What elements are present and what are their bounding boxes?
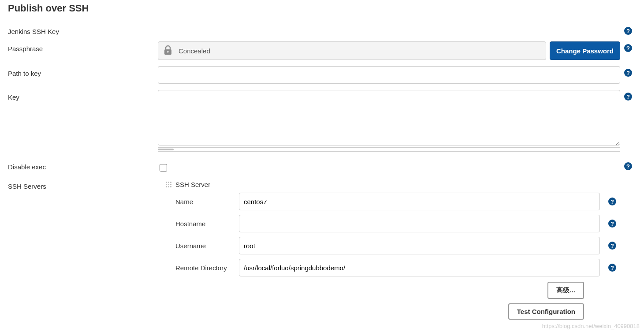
- ssh-server-title: SSH Server: [175, 181, 210, 188]
- jenkins-ssh-key-row: Jenkins SSH Key ?: [8, 24, 636, 35]
- remote-directory-row: Remote Directory ?: [158, 259, 620, 276]
- lock-icon: [164, 45, 172, 56]
- advanced-button[interactable]: 高级...: [547, 282, 584, 299]
- section-divider: [8, 17, 636, 17]
- resize-grip-row: [8, 147, 636, 152]
- username-input[interactable]: [239, 237, 600, 254]
- help-icon[interactable]: ?: [624, 93, 632, 101]
- drag-handle-icon[interactable]: [166, 182, 172, 188]
- concealed-text: Concealed: [179, 47, 210, 55]
- help-icon[interactable]: ?: [624, 162, 632, 170]
- key-textarea[interactable]: [158, 90, 620, 145]
- name-label: Name: [175, 198, 239, 205]
- passphrase-concealed: Concealed: [158, 41, 546, 60]
- help-icon[interactable]: ?: [608, 198, 616, 205]
- name-input[interactable]: [239, 193, 600, 210]
- hostname-input[interactable]: [239, 215, 600, 232]
- hostname-row: Hostname ?: [158, 215, 620, 232]
- watermark: https://blog.csdn.net/weixin_40990818: [542, 323, 640, 329]
- passphrase-label: Passphrase: [8, 41, 158, 52]
- path-to-key-label: Path to key: [8, 66, 158, 77]
- resize-grip[interactable]: [158, 148, 174, 151]
- passphrase-row: Passphrase Concealed Change Password ?: [8, 41, 636, 60]
- svg-rect-2: [168, 52, 168, 53]
- change-password-button[interactable]: Change Password: [550, 41, 620, 60]
- help-icon[interactable]: ?: [608, 220, 616, 228]
- ssh-servers-row: SSH Servers SSH Server Name ? Hostname ?…: [8, 179, 636, 320]
- ssh-server-header: SSH Server: [158, 179, 620, 193]
- key-row: Key ?: [8, 90, 636, 145]
- username-label: Username: [175, 242, 239, 250]
- disable-exec-row: Disable exec ?: [8, 160, 636, 173]
- path-to-key-row: Path to key ?: [8, 66, 636, 84]
- path-to-key-input[interactable]: [158, 66, 620, 84]
- disable-exec-checkbox[interactable]: [160, 164, 167, 172]
- jenkins-ssh-key-label: Jenkins SSH Key: [8, 24, 158, 35]
- username-row: Username ?: [158, 237, 620, 254]
- key-label: Key: [8, 90, 158, 101]
- remote-directory-input[interactable]: [239, 259, 600, 276]
- ssh-servers-label: SSH Servers: [8, 179, 158, 190]
- help-icon[interactable]: ?: [624, 27, 632, 35]
- remote-directory-label: Remote Directory: [175, 264, 239, 272]
- name-row: Name ?: [158, 193, 620, 210]
- disable-exec-label: Disable exec: [8, 160, 158, 171]
- help-icon[interactable]: ?: [624, 44, 632, 52]
- help-icon[interactable]: ?: [608, 264, 616, 272]
- help-icon[interactable]: ?: [608, 242, 616, 250]
- hostname-label: Hostname: [175, 220, 239, 228]
- help-icon[interactable]: ?: [624, 69, 632, 77]
- test-configuration-button[interactable]: Test Configuration: [508, 303, 584, 320]
- section-title: Publish over SSH: [8, 3, 636, 14]
